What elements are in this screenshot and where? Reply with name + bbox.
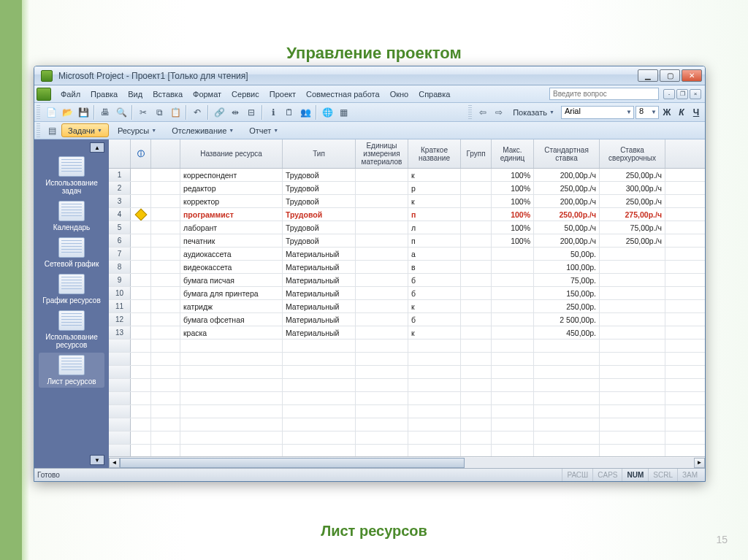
note-button[interactable]: 🗒 [282, 105, 297, 120]
cell-group[interactable] [461, 182, 492, 194]
print-button[interactable]: 🖶 [98, 105, 112, 120]
cell-type[interactable]: Трудовой [283, 234, 356, 247]
cell-max[interactable]: 100% [492, 234, 534, 247]
cell-name[interactable]: бумага офсетная [180, 313, 283, 326]
row-number[interactable]: 7 [109, 248, 131, 260]
cell-name[interactable]: аудиокассета [180, 248, 283, 260]
cell-group[interactable] [461, 300, 492, 312]
cell-over[interactable]: 300,00р./ч [600, 182, 665, 194]
cell-indicator[interactable] [131, 313, 151, 326]
table-row[interactable]: 2редакторТрудовойр100%250,00р./ч300,00р.… [109, 182, 705, 195]
forward-button[interactable]: ⇨ [492, 105, 506, 120]
cell-max[interactable] [492, 261, 534, 273]
scroll-track[interactable] [120, 458, 694, 468]
mdi-restore-button[interactable]: ❐ [676, 89, 688, 99]
table-row-empty[interactable] [109, 405, 705, 418]
cell-group[interactable] [461, 169, 492, 181]
cell-rate[interactable]: 200,00р./ч [534, 169, 600, 181]
cell-type[interactable]: Материальный [283, 287, 356, 299]
cell-indicator[interactable] [131, 300, 151, 312]
cell-blank[interactable] [151, 248, 180, 260]
scroll-thumb[interactable] [120, 458, 465, 468]
font-size-select[interactable]: 8▼ [636, 106, 659, 119]
cell-over[interactable]: 75,00р./ч [600, 221, 665, 234]
table-row[interactable]: 9бумага писчаяМатериальныйб75,00р. [109, 274, 705, 287]
menu-window[interactable]: Окно [385, 88, 414, 101]
cell-name[interactable]: редактор [180, 182, 283, 194]
header-unit[interactable]: Единицы измерения материалов [356, 139, 408, 168]
table-row-empty[interactable] [109, 379, 705, 392]
cell-short[interactable]: к [408, 300, 461, 312]
cell-short[interactable]: р [408, 182, 461, 194]
bold-button[interactable]: Ж [660, 106, 673, 119]
menu-collab[interactable]: Совместная работа [301, 88, 385, 101]
menu-tools[interactable]: Сервис [226, 88, 264, 101]
cell-unit[interactable] [356, 300, 408, 312]
link-button[interactable]: 🔗 [212, 105, 226, 120]
cell-max[interactable]: 100% [492, 182, 534, 194]
cell-over[interactable] [600, 326, 665, 339]
paste-button[interactable]: 📋 [168, 105, 183, 120]
cell-unit[interactable] [356, 248, 408, 260]
cell-blank[interactable] [151, 234, 180, 247]
horizontal-scrollbar[interactable]: ◄ ► [109, 456, 705, 468]
table-row[interactable]: 7аудиокассетаМатериальныйа50,00р. [109, 248, 705, 261]
side-item-resource-usage[interactable]: Использование ресурсов [39, 308, 104, 351]
tracking-view-button[interactable]: Отслеживание▼ [165, 123, 240, 137]
menu-view[interactable]: Вид [123, 88, 148, 101]
menu-file[interactable]: Файл [56, 88, 85, 101]
menu-edit[interactable]: Правка [85, 88, 123, 101]
viewbar-grip[interactable] [37, 123, 40, 138]
header-max[interactable]: Макс. единиц [492, 139, 534, 168]
cut-button[interactable]: ✂ [136, 105, 150, 120]
table-row-empty[interactable] [109, 392, 705, 405]
cell-name[interactable]: лаборант [180, 221, 283, 234]
table-row[interactable]: 3корректорТрудовойк100%200,00р./ч250,00р… [109, 195, 705, 208]
header-group[interactable]: Групп [461, 139, 492, 168]
cell-short[interactable]: л [408, 221, 461, 234]
group-button[interactable]: ▦ [336, 105, 351, 120]
cell-group[interactable] [461, 287, 492, 299]
cell-unit[interactable] [356, 208, 408, 220]
cell-blank[interactable] [151, 300, 180, 312]
row-number[interactable]: 12 [109, 313, 131, 326]
cell-rate[interactable]: 450,00р. [534, 326, 600, 339]
menu-help[interactable]: Справка [413, 88, 455, 101]
cell-short[interactable]: б [408, 313, 461, 326]
cell-type[interactable]: Материальный [283, 274, 356, 286]
open-button[interactable]: 📂 [60, 105, 75, 120]
cell-name[interactable]: печатник [180, 234, 283, 247]
cell-name[interactable]: программист [180, 208, 283, 220]
close-button[interactable]: ✕ [682, 69, 702, 82]
cell-unit[interactable] [356, 274, 408, 286]
row-number[interactable]: 11 [109, 300, 131, 312]
undo-button[interactable]: ↶ [190, 105, 205, 120]
cell-group[interactable] [461, 326, 492, 339]
cell-rate[interactable]: 50,00р. [534, 248, 600, 260]
row-number[interactable]: 9 [109, 274, 131, 286]
table-row-empty[interactable] [109, 353, 705, 366]
cell-rate[interactable]: 250,00р. [534, 300, 600, 312]
cell-name[interactable]: бумага для принтера [180, 287, 283, 299]
table-row-empty[interactable] [109, 340, 705, 353]
print-preview-button[interactable]: 🔍 [114, 105, 129, 120]
cell-max[interactable] [492, 300, 534, 312]
scroll-down-button[interactable]: ▼ [90, 455, 104, 465]
cell-indicator[interactable] [131, 261, 151, 273]
row-number[interactable]: 4 [109, 208, 131, 220]
cell-type[interactable]: Материальный [283, 313, 356, 326]
cell-over[interactable] [600, 287, 665, 299]
cell-blank[interactable] [151, 287, 180, 299]
cell-short[interactable]: к [408, 169, 461, 181]
cell-group[interactable] [461, 221, 492, 234]
cell-group[interactable] [461, 274, 492, 286]
table-row-empty[interactable] [109, 431, 705, 445]
cell-over[interactable] [600, 274, 665, 286]
cell-type[interactable]: Трудовой [283, 195, 356, 207]
table-row[interactable]: 10бумага для принтераМатериальныйб150,00… [109, 287, 705, 300]
table-row[interactable]: 4программистТрудовойп100%250,00р./ч275,0… [109, 208, 705, 221]
mdi-close-button[interactable]: × [690, 89, 701, 99]
cell-max[interactable] [492, 313, 534, 326]
cell-short[interactable]: в [408, 261, 461, 273]
cell-group[interactable] [461, 261, 492, 273]
